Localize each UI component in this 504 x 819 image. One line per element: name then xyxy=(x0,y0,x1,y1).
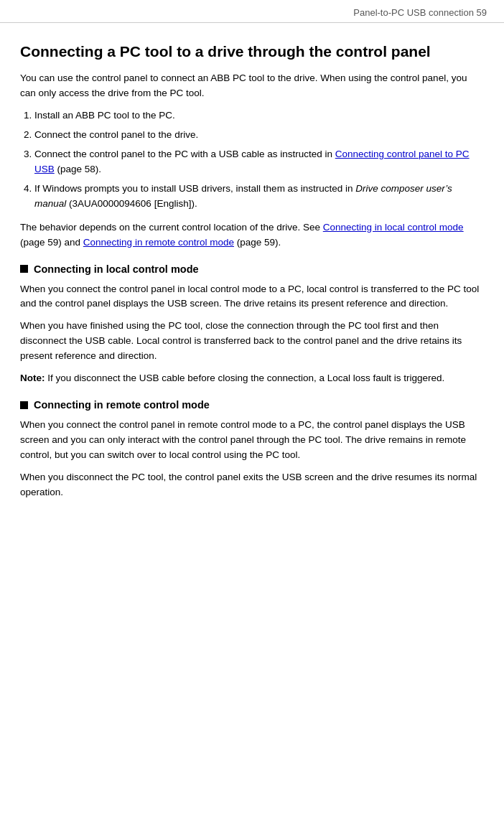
section-remote-para1: When you connect the control panel in re… xyxy=(20,418,484,463)
step-3-before: Connect the control panel to the PC with… xyxy=(34,149,335,159)
main-title: Connecting a PC tool to a drive through … xyxy=(20,42,484,61)
page-content: Connecting a PC tool to a drive through … xyxy=(0,23,504,528)
section-local-para2: When you have finished using the PC tool… xyxy=(20,319,484,364)
step-4-before: If Windows prompts you to install USB dr… xyxy=(34,183,355,194)
page-header: Panel-to-PC USB connection 59 xyxy=(0,0,504,23)
behavior-before: The behavior depends on the current cont… xyxy=(20,222,323,233)
link-behavior-remote[interactable]: Connecting in remote control mode xyxy=(83,237,234,248)
page-header-text: Panel-to-PC USB connection 59 xyxy=(353,7,487,18)
section-local-heading: Connecting in local control mode xyxy=(20,263,484,275)
behavior-paragraph: The behavior depends on the current cont… xyxy=(20,220,484,251)
section-local-square-icon xyxy=(20,265,28,273)
section-remote-para2: When you disconnect the PC tool, the con… xyxy=(20,470,484,500)
step-2: Connect the control panel to the drive. xyxy=(34,128,484,143)
section-remote-heading-text: Connecting in remote control mode xyxy=(34,399,210,411)
page-container: Panel-to-PC USB connection 59 Connecting… xyxy=(0,0,504,819)
note-bold: Note: xyxy=(20,373,45,383)
step-3-after: (page 58). xyxy=(55,164,101,174)
section-remote-square-icon xyxy=(20,401,28,409)
note-text: If you disconnect the USB cable before c… xyxy=(45,373,445,383)
step-4-after: (3AUA0000094606 [English]). xyxy=(66,198,197,209)
section-local-para1: When you connect the control panel in lo… xyxy=(20,282,484,312)
step-4: If Windows prompts you to install USB dr… xyxy=(34,182,484,212)
section-local-note: Note: If you disconnect the USB cable be… xyxy=(20,371,484,386)
behavior-between: (page 59) and xyxy=(20,237,83,248)
step-3: Connect the control panel to the PC with… xyxy=(34,147,484,177)
behavior-after: (page 59). xyxy=(234,237,281,248)
step-1-text: Install an ABB PC tool to the PC. xyxy=(34,110,175,121)
intro-paragraph: You can use the control panel to connect… xyxy=(20,71,484,101)
section-remote-heading: Connecting in remote control mode xyxy=(20,399,484,411)
section-local-heading-text: Connecting in local control mode xyxy=(34,263,199,275)
steps-list: Install an ABB PC tool to the PC. Connec… xyxy=(34,108,484,212)
link-behavior-local[interactable]: Connecting in local control mode xyxy=(323,222,464,233)
step-1: Install an ABB PC tool to the PC. xyxy=(34,108,484,123)
step-2-text: Connect the control panel to the drive. xyxy=(34,129,198,140)
